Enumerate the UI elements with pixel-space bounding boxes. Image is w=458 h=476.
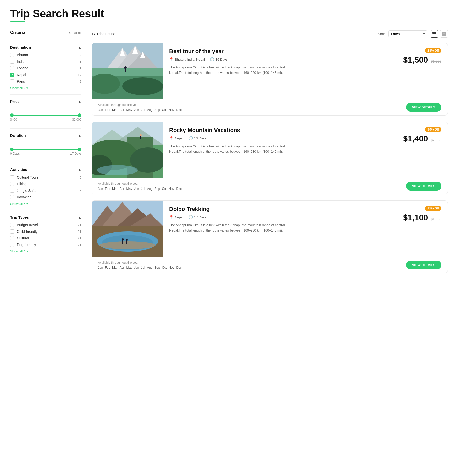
checkbox-nepal[interactable] [10, 73, 14, 77]
cultural-count: 21 [78, 236, 81, 240]
checkbox-dog-friendly[interactable] [10, 243, 14, 247]
jungle-safari-label: Jungle Safari [17, 189, 38, 193]
duration-range-thumb-left[interactable] [10, 148, 14, 151]
location-icon-2: 📍 [169, 136, 174, 140]
trip-card-1-view-details-button[interactable]: VIEW DETAILS [406, 103, 441, 112]
svg-point-29 [140, 134, 142, 136]
checkbox-cultural-tours[interactable] [10, 175, 14, 179]
page-title: Trip Search Result [10, 8, 448, 20]
svg-rect-4 [444, 32, 446, 34]
kayaking-label: Kayaking [17, 195, 32, 199]
trips-found: 17 Trips Found [92, 32, 115, 36]
checkbox-hiking[interactable] [10, 182, 14, 186]
trip-card-2-availability: Available through out the year: Jan Feb … [98, 182, 182, 191]
checkbox-india[interactable] [10, 60, 14, 64]
trip-card-3-view-details-button[interactable]: VIEW DETAILS [406, 261, 441, 269]
sidebar: Criteria Clear all Destination ▲ Bhutan … [10, 30, 81, 279]
filter-item-child-friendly: Child-friendly 21 [10, 229, 81, 234]
trip-types-show-all-chevron-icon: ▾ [26, 249, 28, 253]
duration-range-labels: 0 Days 17 Days [10, 152, 81, 155]
duration-range-track[interactable] [10, 149, 81, 150]
duration-chevron-icon: ▲ [78, 134, 81, 138]
destination-show-all[interactable]: Show all 2 ▾ [10, 86, 81, 90]
checkbox-child-friendly[interactable] [10, 229, 14, 234]
checkbox-cultural[interactable] [10, 236, 14, 240]
trip-types-title: Trip Types [10, 215, 29, 219]
svg-point-43 [126, 239, 128, 241]
trip-card-3-original-price: $1,300 [431, 217, 441, 221]
trip-card-2-duration-text: 13 Days [194, 136, 206, 140]
cultural-label: Cultural [17, 236, 29, 240]
trips-found-label: Trips Found [96, 32, 115, 36]
india-count: 1 [80, 60, 81, 64]
title-underline [10, 21, 25, 22]
trip-card-1-info: Best tour of the year 📍 Bhutan, India, N… [163, 43, 398, 99]
list-view-icon[interactable] [431, 30, 438, 38]
checkbox-jungle-safari[interactable] [10, 189, 14, 193]
criteria-header: Criteria Clear all [10, 30, 81, 35]
sort-select[interactable]: Latest Price: Low to High Price: High to… [388, 30, 427, 37]
sort-label: Sort: [378, 32, 385, 36]
checkbox-kayaking[interactable] [10, 195, 14, 199]
svg-rect-1 [432, 33, 436, 34]
show-all-chevron-icon: ▾ [26, 86, 28, 90]
duration-section: Duration ▲ 0 Days 17 Days [10, 128, 81, 163]
trip-card-3-duration: 🕐 17 Days [189, 215, 206, 219]
clear-all-button[interactable]: Clear all [69, 31, 81, 35]
main-content: 17 Trips Found Sort: Latest Price: Low t… [92, 30, 448, 279]
price-header[interactable]: Price ▲ [10, 99, 81, 104]
filter-item-bhutan: Bhutan 2 [10, 53, 81, 57]
destination-header[interactable]: Destination ▲ [10, 45, 81, 49]
duration-range-container: 0 Days 17 Days [10, 141, 81, 158]
clock-icon-1: 🕐 [210, 57, 214, 61]
view-icons [431, 30, 448, 38]
trip-card-1-original-price: $1,950 [431, 59, 441, 63]
activities-show-all-chevron-icon: ▾ [26, 202, 28, 206]
clock-icon-3: 🕐 [189, 215, 193, 219]
trip-card-3-discount-badge: 15% Off [425, 206, 441, 211]
price-range-labels: $400 $2,000 [10, 118, 81, 121]
location-icon-1: 📍 [169, 57, 174, 61]
price-range-thumb-left[interactable] [10, 113, 14, 117]
checkbox-paris[interactable] [10, 79, 14, 83]
checkbox-bhutan[interactable] [10, 53, 14, 57]
activities-show-all[interactable]: Show all 5 ▾ [10, 202, 81, 206]
filter-item-kayaking: Kayaking 8 [10, 195, 81, 199]
trip-card-2-info: Rocky Mountain Vacations 📍 Nepal 🕐 13 Da… [163, 122, 398, 178]
hiking-label: Hiking [17, 182, 27, 186]
grid-view-icon[interactable] [440, 30, 448, 38]
london-count: 1 [80, 66, 81, 70]
duration-header[interactable]: Duration ▲ [10, 133, 81, 138]
trip-card-3-body: Dolpo Trekking 📍 Nepal 🕐 17 Days The [92, 201, 448, 257]
price-chevron-icon: ▲ [78, 99, 81, 104]
trips-count: 17 [92, 32, 96, 36]
checkbox-budget-travel[interactable] [10, 223, 14, 227]
price-section: Price ▲ $400 $2,000 [10, 94, 81, 128]
trip-card-3-location: 📍 Nepal [169, 215, 183, 219]
trip-card-1-footer: Available through out the year: Jan Feb … [92, 99, 448, 115]
svg-point-39 [99, 241, 155, 249]
trip-card-3: Dolpo Trekking 📍 Nepal 🕐 17 Days The [92, 200, 448, 273]
trip-card-2: Rocky Mountain Vacations 📍 Nepal 🕐 13 Da… [92, 122, 448, 194]
price-range-container: $400 $2,000 [10, 107, 81, 124]
svg-rect-6 [444, 34, 446, 36]
price-range-thumb-right[interactable] [78, 113, 81, 117]
trip-card-3-current-price: $1,100 [403, 213, 428, 222]
trip-card-1-location-text: Bhutan, India, Nepal [175, 57, 205, 61]
trip-card-2-current-price: $1,400 [403, 134, 428, 143]
activities-header[interactable]: Activities ▲ [10, 167, 81, 172]
trip-card-2-meta: 📍 Nepal 🕐 13 Days [169, 136, 392, 140]
price-range-track[interactable] [10, 115, 81, 116]
checkbox-london[interactable] [10, 66, 14, 70]
nepal-label: Nepal [17, 73, 26, 77]
activities-chevron-icon: ▲ [78, 168, 81, 172]
trip-types-show-all[interactable]: Show all 4 ▾ [10, 249, 81, 253]
trip-card-2-view-details-button[interactable]: VIEW DETAILS [406, 182, 441, 191]
svg-rect-0 [432, 32, 436, 33]
svg-rect-40 [122, 240, 123, 244]
duration-range-thumb-right[interactable] [78, 148, 81, 151]
child-friendly-count: 21 [78, 230, 81, 234]
trip-card-2-description: The Annapurna Circuit is a trek within t… [169, 144, 296, 154]
trip-types-header[interactable]: Trip Types ▲ [10, 215, 81, 219]
london-label: London [17, 66, 29, 70]
